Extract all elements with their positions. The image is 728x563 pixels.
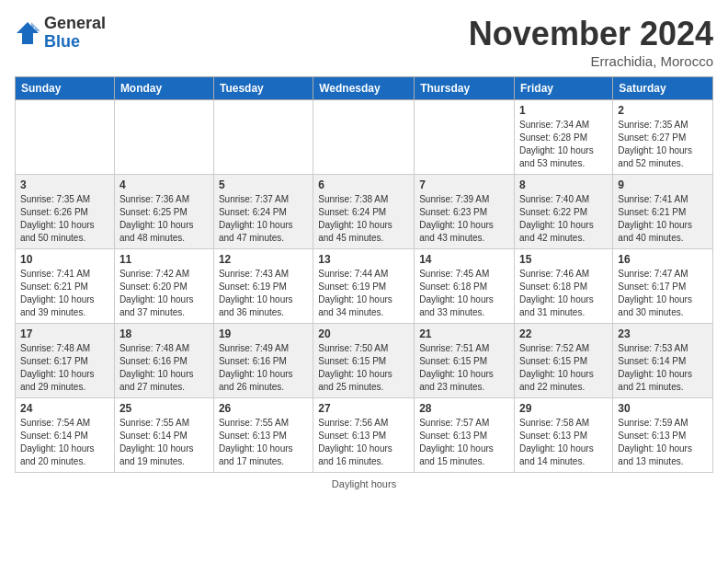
day-number: 18	[119, 327, 209, 340]
day-info: Sunrise: 7:55 AM Sunset: 6:13 PM Dayligh…	[219, 417, 308, 468]
column-header-wednesday: Wednesday	[313, 77, 415, 100]
day-info: Sunrise: 7:41 AM Sunset: 6:21 PM Dayligh…	[618, 193, 708, 245]
logo-blue-text: Blue	[44, 33, 106, 52]
day-info: Sunrise: 7:51 AM Sunset: 6:15 PM Dayligh…	[419, 342, 509, 394]
calendar-cell: 21Sunrise: 7:51 AM Sunset: 6:15 PM Dayli…	[415, 324, 515, 398]
logo: General Blue	[15, 15, 106, 52]
column-header-tuesday: Tuesday	[213, 77, 313, 100]
day-number: 15	[519, 253, 608, 266]
calendar-cell: 5Sunrise: 7:37 AM Sunset: 6:24 PM Daylig…	[213, 175, 313, 249]
day-info: Sunrise: 7:39 AM Sunset: 6:23 PM Dayligh…	[419, 193, 509, 245]
calendar-cell	[313, 100, 415, 175]
calendar-header-row: SundayMondayTuesdayWednesdayThursdayFrid…	[16, 77, 713, 100]
calendar-cell: 16Sunrise: 7:47 AM Sunset: 6:17 PM Dayli…	[613, 249, 713, 324]
day-number: 5	[219, 178, 308, 191]
calendar-cell	[16, 100, 115, 175]
calendar-cell: 26Sunrise: 7:55 AM Sunset: 6:13 PM Dayli…	[213, 398, 313, 473]
day-info: Sunrise: 7:36 AM Sunset: 6:25 PM Dayligh…	[119, 193, 209, 245]
footer: Daylight hours	[15, 478, 713, 489]
day-number: 28	[419, 402, 509, 415]
day-info: Sunrise: 7:48 AM Sunset: 6:16 PM Dayligh…	[119, 342, 209, 394]
day-number: 6	[318, 178, 409, 191]
daylight-hours-label: Daylight hours	[332, 478, 396, 489]
day-info: Sunrise: 7:59 AM Sunset: 6:13 PM Dayligh…	[618, 417, 708, 468]
calendar-cell: 25Sunrise: 7:55 AM Sunset: 6:14 PM Dayli…	[114, 398, 213, 473]
month-title: November 2024	[469, 15, 713, 53]
calendar-cell: 3Sunrise: 7:35 AM Sunset: 6:26 PM Daylig…	[16, 175, 115, 249]
calendar-row-2: 3Sunrise: 7:35 AM Sunset: 6:26 PM Daylig…	[16, 175, 713, 249]
day-number: 29	[519, 402, 608, 415]
calendar-cell: 27Sunrise: 7:56 AM Sunset: 6:13 PM Dayli…	[313, 398, 415, 473]
calendar-cell: 2Sunrise: 7:35 AM Sunset: 6:27 PM Daylig…	[613, 100, 713, 175]
day-number: 21	[419, 327, 509, 340]
day-number: 20	[318, 327, 409, 340]
day-number: 17	[20, 327, 109, 340]
day-info: Sunrise: 7:54 AM Sunset: 6:14 PM Dayligh…	[20, 417, 109, 468]
day-info: Sunrise: 7:52 AM Sunset: 6:15 PM Dayligh…	[519, 342, 608, 394]
day-number: 19	[219, 327, 308, 340]
calendar-row-4: 17Sunrise: 7:48 AM Sunset: 6:17 PM Dayli…	[16, 324, 713, 398]
calendar-cell: 10Sunrise: 7:41 AM Sunset: 6:21 PM Dayli…	[16, 249, 115, 324]
day-info: Sunrise: 7:57 AM Sunset: 6:13 PM Dayligh…	[419, 417, 509, 468]
calendar-cell: 24Sunrise: 7:54 AM Sunset: 6:14 PM Dayli…	[16, 398, 115, 473]
day-info: Sunrise: 7:38 AM Sunset: 6:24 PM Dayligh…	[318, 193, 409, 245]
calendar-cell: 29Sunrise: 7:58 AM Sunset: 6:13 PM Dayli…	[515, 398, 613, 473]
calendar-cell	[213, 100, 313, 175]
calendar-cell: 18Sunrise: 7:48 AM Sunset: 6:16 PM Dayli…	[114, 324, 213, 398]
day-number: 12	[219, 253, 308, 266]
calendar-row-1: 1Sunrise: 7:34 AM Sunset: 6:28 PM Daylig…	[16, 100, 713, 175]
calendar-cell: 19Sunrise: 7:49 AM Sunset: 6:16 PM Dayli…	[213, 324, 313, 398]
day-number: 7	[419, 178, 509, 191]
day-number: 16	[618, 253, 708, 266]
day-number: 4	[119, 178, 209, 191]
calendar-row-5: 24Sunrise: 7:54 AM Sunset: 6:14 PM Dayli…	[16, 398, 713, 473]
day-info: Sunrise: 7:41 AM Sunset: 6:21 PM Dayligh…	[20, 268, 109, 319]
column-header-saturday: Saturday	[613, 77, 713, 100]
calendar-cell	[415, 100, 515, 175]
day-info: Sunrise: 7:35 AM Sunset: 6:27 PM Dayligh…	[618, 119, 708, 170]
title-block: November 2024 Errachidia, Morocco	[469, 15, 713, 69]
day-info: Sunrise: 7:53 AM Sunset: 6:14 PM Dayligh…	[618, 342, 708, 394]
calendar-cell: 13Sunrise: 7:44 AM Sunset: 6:19 PM Dayli…	[313, 249, 415, 324]
column-header-sunday: Sunday	[16, 77, 115, 100]
day-number: 14	[419, 253, 509, 266]
day-number: 13	[318, 253, 409, 266]
day-number: 3	[20, 178, 109, 191]
day-number: 30	[618, 402, 708, 415]
day-info: Sunrise: 7:48 AM Sunset: 6:17 PM Dayligh…	[20, 342, 109, 394]
day-number: 10	[20, 253, 109, 266]
logo-general-text: General	[44, 15, 106, 33]
day-number: 11	[119, 253, 209, 266]
calendar-cell: 28Sunrise: 7:57 AM Sunset: 6:13 PM Dayli…	[415, 398, 515, 473]
calendar-cell: 22Sunrise: 7:52 AM Sunset: 6:15 PM Dayli…	[515, 324, 613, 398]
day-info: Sunrise: 7:55 AM Sunset: 6:14 PM Dayligh…	[119, 417, 209, 468]
day-number: 24	[20, 402, 109, 415]
day-info: Sunrise: 7:42 AM Sunset: 6:20 PM Dayligh…	[119, 268, 209, 319]
day-info: Sunrise: 7:35 AM Sunset: 6:26 PM Dayligh…	[20, 193, 109, 245]
calendar-cell: 23Sunrise: 7:53 AM Sunset: 6:14 PM Dayli…	[613, 324, 713, 398]
header: General Blue November 2024 Errachidia, M…	[15, 15, 713, 69]
calendar-row-3: 10Sunrise: 7:41 AM Sunset: 6:21 PM Dayli…	[16, 249, 713, 324]
column-header-thursday: Thursday	[415, 77, 515, 100]
location: Errachidia, Morocco	[469, 53, 713, 69]
day-number: 26	[219, 402, 308, 415]
day-info: Sunrise: 7:43 AM Sunset: 6:19 PM Dayligh…	[219, 268, 308, 319]
day-info: Sunrise: 7:40 AM Sunset: 6:22 PM Dayligh…	[519, 193, 608, 245]
day-info: Sunrise: 7:47 AM Sunset: 6:17 PM Dayligh…	[618, 268, 708, 319]
calendar-cell: 8Sunrise: 7:40 AM Sunset: 6:22 PM Daylig…	[515, 175, 613, 249]
column-header-friday: Friday	[515, 77, 613, 100]
calendar-cell: 17Sunrise: 7:48 AM Sunset: 6:17 PM Dayli…	[16, 324, 115, 398]
calendar-table: SundayMondayTuesdayWednesdayThursdayFrid…	[15, 76, 713, 473]
calendar-cell: 12Sunrise: 7:43 AM Sunset: 6:19 PM Dayli…	[213, 249, 313, 324]
day-info: Sunrise: 7:50 AM Sunset: 6:15 PM Dayligh…	[318, 342, 409, 394]
calendar-cell: 14Sunrise: 7:45 AM Sunset: 6:18 PM Dayli…	[415, 249, 515, 324]
calendar-cell: 11Sunrise: 7:42 AM Sunset: 6:20 PM Dayli…	[114, 249, 213, 324]
calendar-cell: 20Sunrise: 7:50 AM Sunset: 6:15 PM Dayli…	[313, 324, 415, 398]
calendar-cell: 7Sunrise: 7:39 AM Sunset: 6:23 PM Daylig…	[415, 175, 515, 249]
calendar-cell: 6Sunrise: 7:38 AM Sunset: 6:24 PM Daylig…	[313, 175, 415, 249]
svg-marker-0	[17, 22, 39, 44]
day-number: 22	[519, 327, 608, 340]
calendar-cell: 4Sunrise: 7:36 AM Sunset: 6:25 PM Daylig…	[114, 175, 213, 249]
calendar-cell: 9Sunrise: 7:41 AM Sunset: 6:21 PM Daylig…	[613, 175, 713, 249]
day-number: 9	[618, 178, 708, 191]
